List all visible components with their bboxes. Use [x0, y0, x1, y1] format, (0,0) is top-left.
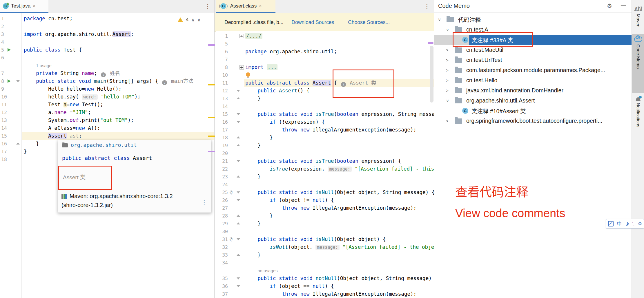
- ime-language-icon[interactable]: 中: [617, 222, 622, 226]
- chevron-collapsed-icon[interactable]: >: [446, 58, 449, 63]
- fold-expand-icon[interactable]: [237, 136, 240, 138]
- code-line[interactable]: 14 A aClass=new A();: [0, 124, 215, 132]
- close-icon[interactable]: ×: [33, 4, 35, 8]
- code-line[interactable]: 1/.../: [216, 32, 434, 40]
- code-line[interactable]: 16 if (!expression) {: [216, 118, 434, 126]
- line-number[interactable]: 9: [1, 85, 10, 93]
- ime-punctuation-icon[interactable]: ’,: [632, 222, 634, 226]
- line-number[interactable]: 14: [1, 124, 10, 132]
- line-number[interactable]: 14: [216, 103, 228, 110]
- code-line[interactable]: 27 throw new IllegalArgumentException(me…: [216, 204, 434, 212]
- line-number[interactable]: 15: [1, 132, 10, 140]
- line-number[interactable]: 16: [1, 140, 10, 148]
- code-line[interactable]: 10: [216, 71, 434, 79]
- code-line[interactable]: 28 }: [216, 212, 434, 220]
- code-line[interactable]: 15 Assert ast;: [0, 132, 215, 140]
- fold-collapse-icon[interactable]: [237, 160, 240, 162]
- line-number[interactable]: 1: [1, 15, 10, 23]
- unfold-icon[interactable]: [240, 65, 244, 70]
- line-number[interactable]: 22: [216, 165, 228, 173]
- gear-icon[interactable]: ⚙: [607, 2, 612, 9]
- code-line[interactable]: 20: [216, 149, 434, 157]
- line-number[interactable]: 24: [216, 181, 228, 189]
- line-number[interactable]: 4: [1, 38, 10, 46]
- line-number[interactable]: 17: [216, 126, 228, 134]
- stripe-button-notifications[interactable]: Notifications: [632, 93, 644, 151]
- code-line[interactable]: 29 }: [216, 220, 434, 228]
- inlay-hint-line[interactable]: 1 usage: [0, 62, 215, 70]
- ime-logo-icon[interactable]: [608, 221, 614, 226]
- line-number[interactable]: 26: [216, 196, 228, 204]
- line-number[interactable]: 19: [216, 142, 228, 149]
- code-line[interactable]: 15 public static void isTrue(boolean exp…: [216, 110, 434, 118]
- download-sources-link[interactable]: Download Sources: [291, 19, 334, 25]
- line-number[interactable]: 3: [1, 30, 10, 38]
- code-line[interactable]: 10 hello.say( word: "hello TOM");: [0, 93, 215, 101]
- package-link[interactable]: org.apache.shiro.util: [71, 142, 137, 148]
- prev-problem-icon[interactable]: ∧: [191, 17, 195, 23]
- unfold-icon[interactable]: [240, 34, 244, 38]
- fold-collapse-icon[interactable]: [237, 277, 240, 279]
- annotation-gutter-icon[interactable]: @: [230, 236, 233, 242]
- tab-test-java[interactable]: C Test.java ×: [0, 0, 48, 12]
- code-line[interactable]: 32 isNull(object, message: "[Assertion f…: [216, 243, 434, 251]
- tree-comment-row[interactable]: C类注释 #10#Assert 类: [434, 106, 632, 116]
- tree-folder-row[interactable]: ∨org.apache.shiro.util.Assert: [434, 96, 632, 106]
- stripe-mark[interactable]: [428, 42, 433, 44]
- line-number[interactable]: 23: [216, 173, 228, 181]
- line-number[interactable]: 1: [216, 32, 228, 40]
- line-number[interactable]: 17: [1, 148, 10, 156]
- fold-collapse-icon[interactable]: [237, 199, 240, 201]
- chevron-expanded-icon[interactable]: ∨: [446, 98, 449, 103]
- fold-collapse-icon[interactable]: [16, 80, 20, 82]
- code-line[interactable]: 36 if (object == null) {: [216, 282, 434, 290]
- fold-expand-icon[interactable]: [237, 215, 240, 217]
- line-number[interactable]: 33: [216, 251, 228, 259]
- chevron-collapsed-icon[interactable]: >: [446, 88, 449, 93]
- line-number[interactable]: 11: [1, 101, 10, 109]
- code-line[interactable]: 2: [0, 23, 215, 30]
- line-number[interactable]: 30: [216, 228, 228, 235]
- code-line[interactable]: 5public class Test {: [0, 46, 215, 54]
- code-line[interactable]: 5: [216, 40, 434, 48]
- code-line[interactable]: 22 isTrue(expression, message: "[Asserti…: [216, 165, 434, 173]
- line-number[interactable]: 20: [216, 149, 228, 157]
- code-line[interactable]: 3import org.apache.shiro.util.Assert;: [0, 30, 215, 38]
- inspections-widget[interactable]: ! 4 ∧ ∨: [177, 17, 201, 23]
- code-line[interactable]: 17 throw new IllegalArgumentException(me…: [216, 126, 434, 134]
- stripe-mark[interactable]: [208, 84, 215, 85]
- fold-expand-icon[interactable]: [237, 97, 240, 99]
- line-number[interactable]: 7: [1, 70, 10, 77]
- more-options-icon[interactable]: ⋮: [205, 3, 211, 10]
- next-problem-icon[interactable]: ∨: [197, 17, 201, 23]
- code-line[interactable]: 37 throw new IllegalArgumentException(me…: [216, 290, 434, 298]
- line-number[interactable]: 16: [216, 118, 228, 126]
- line-number[interactable]: 35: [216, 275, 228, 282]
- tree-folder-row[interactable]: >com.fasterxml.jackson.module.paramnames…: [434, 65, 632, 75]
- line-number[interactable]: 15: [216, 110, 228, 118]
- fold-expand-icon[interactable]: [16, 142, 20, 145]
- fold-expand-icon[interactable]: [237, 175, 240, 178]
- line-number[interactable]: 18: [1, 156, 10, 163]
- code-line[interactable]: 4: [0, 38, 215, 46]
- minimize-icon[interactable]: —: [621, 2, 626, 8]
- stripe-button-code-memo[interactable]: Code Memo: [632, 34, 644, 93]
- line-number[interactable]: 5: [216, 40, 228, 48]
- code-line[interactable]: 7: [216, 56, 434, 63]
- chevron-expanded-icon[interactable]: ∨: [438, 17, 441, 22]
- more-options-icon[interactable]: ⋮: [424, 3, 430, 10]
- chevron-collapsed-icon[interactable]: >: [446, 118, 449, 123]
- fold-collapse-icon[interactable]: [237, 285, 240, 287]
- line-number[interactable]: 34: [216, 259, 228, 267]
- line-number[interactable]: 11: [216, 79, 228, 87]
- code-line[interactable]: 19 }: [216, 142, 434, 149]
- fold-expand-icon[interactable]: [237, 144, 240, 146]
- line-number[interactable]: 7: [216, 56, 228, 63]
- code-line[interactable]: 23 }: [216, 173, 434, 181]
- ime-fullhalf-moon-icon[interactable]: [625, 222, 629, 226]
- line-number[interactable]: 12: [216, 87, 228, 95]
- chevron-collapsed-icon[interactable]: >: [446, 68, 449, 73]
- line-number[interactable]: 29: [216, 220, 228, 228]
- info-icon[interactable]: i: [101, 72, 106, 77]
- line-number[interactable]: 36: [216, 282, 228, 290]
